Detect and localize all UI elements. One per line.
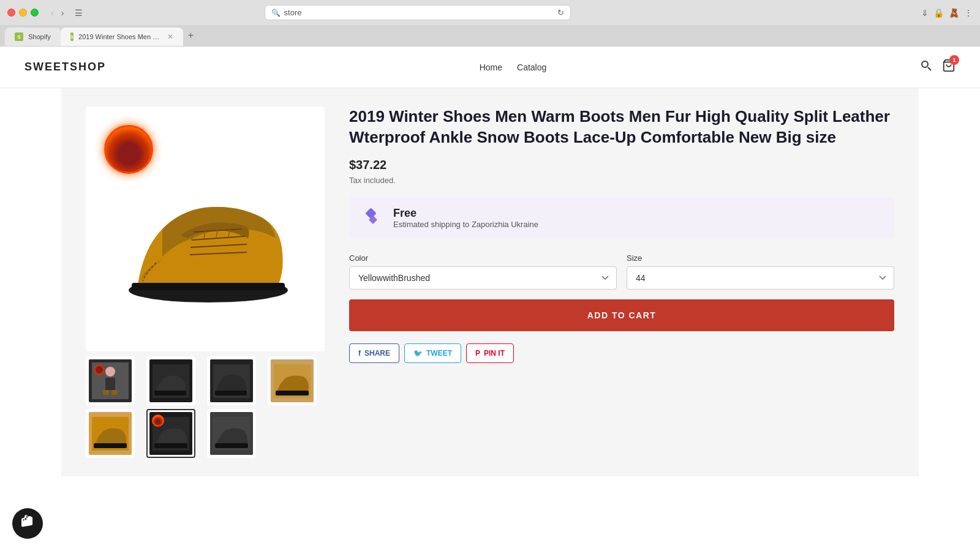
- shipping-diamond-icon: [361, 207, 383, 229]
- tab-close-icon[interactable]: ✕: [167, 32, 173, 41]
- extensions-button[interactable]: 🧸: [949, 8, 959, 18]
- share-label: SHARE: [364, 349, 390, 358]
- pin-label: PIN IT: [484, 349, 505, 358]
- refresh-button[interactable]: ↻: [557, 8, 564, 17]
- svg-rect-32: [215, 443, 248, 448]
- shopify-badge-icon: [20, 515, 35, 533]
- color-label: Color: [349, 253, 617, 263]
- tab-product[interactable]: S 2019 Winter Shoes Men Warm Boots Men F…: [61, 28, 183, 46]
- thumbnail-4[interactable]: [268, 356, 317, 405]
- download-button[interactable]: ⇓: [921, 8, 929, 18]
- svg-point-15: [105, 367, 115, 377]
- thumbnail-row-1: [86, 356, 325, 405]
- svg-point-20: [96, 366, 103, 373]
- tab-shopify-label: Shopify: [28, 33, 51, 40]
- nav-home[interactable]: Home: [480, 62, 502, 72]
- svg-rect-26: [276, 391, 309, 395]
- social-share: f SHARE 🐦 TWEET P PIN IT: [349, 343, 894, 363]
- thumbnail-6[interactable]: [146, 409, 195, 458]
- store-page: SWEETSHOP Home Catalog: [0, 47, 980, 551]
- svg-rect-13: [132, 283, 285, 290]
- thumbnail-7[interactable]: [207, 409, 256, 458]
- thumbnail-1[interactable]: [86, 356, 135, 405]
- size-label: Size: [627, 253, 894, 263]
- svg-rect-22: [154, 391, 186, 395]
- store-logo[interactable]: SWEETSHOP: [24, 61, 106, 73]
- size-select[interactable]: 38 39 40 41 42 43 44 45 46 47: [627, 266, 894, 290]
- fireball-decoration: [104, 125, 153, 174]
- pinterest-share-button[interactable]: P PIN IT: [466, 343, 514, 363]
- fullscreen-button[interactable]: [31, 9, 39, 17]
- traffic-lights: [7, 9, 39, 17]
- tab-shopify[interactable]: S Shopify: [5, 28, 61, 46]
- search-icon: 🔍: [271, 9, 281, 17]
- shopify-badge[interactable]: [12, 508, 43, 539]
- address-bar[interactable]: 🔍 store ↻: [265, 5, 571, 20]
- shopify-favicon: S: [15, 32, 23, 41]
- store-nav: Home Catalog: [480, 62, 547, 72]
- sidebar-toggle[interactable]: ☰: [71, 7, 86, 19]
- svg-rect-16: [105, 378, 115, 390]
- facebook-share-button[interactable]: f SHARE: [349, 343, 399, 363]
- product-page: 2019 Winter Shoes Men Warm Boots Men Fur…: [61, 88, 919, 476]
- nav-buttons: ‹ ›: [48, 7, 66, 19]
- shipping-info: Free Estimated shipping to Zaporizhia Uk…: [393, 207, 538, 229]
- back-button[interactable]: ‹: [48, 7, 56, 19]
- shipping-free-label: Free: [393, 207, 538, 220]
- cart-button[interactable]: 1: [942, 59, 956, 75]
- product-price: $37.22: [349, 158, 894, 172]
- product-favicon: S: [70, 32, 74, 41]
- tweet-label: TWEET: [426, 349, 452, 358]
- menu-button[interactable]: ⋮: [964, 8, 973, 18]
- product-info-section: 2019 Winter Shoes Men Warm Boots Men Fur…: [349, 107, 894, 458]
- forward-button[interactable]: ›: [59, 7, 67, 19]
- svg-point-0: [922, 61, 928, 67]
- minimize-button[interactable]: [19, 9, 27, 17]
- product-options: Color YellowwithBrushed Black DarkBrown …: [349, 253, 894, 290]
- thumbnail-5[interactable]: [86, 409, 135, 458]
- twitter-share-button[interactable]: 🐦 TWEET: [404, 343, 461, 363]
- color-option-group: Color YellowwithBrushed Black DarkBrown …: [349, 253, 617, 290]
- close-button[interactable]: [7, 9, 15, 17]
- svg-rect-17: [103, 390, 109, 395]
- svg-line-1: [928, 67, 931, 70]
- thumbnail-2[interactable]: [146, 356, 195, 405]
- nav-catalog[interactable]: Catalog: [517, 62, 546, 72]
- shipping-details: Estimated shipping to Zaporizhia Ukraine: [393, 220, 538, 229]
- thumbnail-row-2: [86, 409, 325, 458]
- browser-actions: ⇓ 🔒 🧸 ⋮: [921, 8, 973, 18]
- pinterest-icon: P: [475, 349, 480, 358]
- twitter-icon: 🐦: [413, 349, 423, 358]
- thumbnail-3[interactable]: [207, 356, 256, 405]
- store-header: SWEETSHOP Home Catalog: [0, 47, 980, 88]
- shield-icon[interactable]: 🔒: [933, 8, 944, 18]
- new-tab-button[interactable]: +: [183, 30, 198, 41]
- product-title: 2019 Winter Shoes Men Warm Boots Men Fur…: [349, 107, 894, 148]
- svg-rect-28: [94, 443, 127, 448]
- header-actions: 1: [920, 59, 956, 75]
- add-to-cart-button[interactable]: ADD TO CART: [349, 299, 894, 331]
- svg-rect-18: [111, 390, 118, 395]
- address-text: store: [284, 8, 554, 17]
- svg-rect-24: [215, 391, 247, 395]
- search-button[interactable]: [920, 59, 932, 75]
- search-icon: [920, 62, 932, 74]
- shipping-banner: Free Estimated shipping to Zaporizhia Uk…: [349, 197, 894, 239]
- color-select[interactable]: YellowwithBrushed Black DarkBrown LightB…: [349, 266, 617, 290]
- browser-chrome: ‹ › ☰ 🔍 store ↻ ⇓ 🔒 🧸 ⋮ S Shopify S 2019…: [0, 0, 980, 47]
- cart-badge: 1: [949, 55, 959, 65]
- browser-titlebar: ‹ › ☰ 🔍 store ↻ ⇓ 🔒 🧸 ⋮: [0, 0, 980, 25]
- main-image-container: [86, 107, 325, 351]
- tab-product-label: 2019 Winter Shoes Men Warm Boots Men Fur…: [78, 33, 162, 40]
- product-tax-note: Tax included.: [349, 176, 894, 185]
- browser-tabs: S Shopify S 2019 Winter Shoes Men Warm B…: [0, 25, 980, 46]
- facebook-icon: f: [358, 349, 361, 358]
- size-option-group: Size 38 39 40 41 42 43 44 45 46 47: [627, 253, 894, 290]
- shoe-svg: [113, 149, 297, 309]
- product-images-section: [86, 107, 325, 458]
- svg-rect-30: [154, 443, 187, 448]
